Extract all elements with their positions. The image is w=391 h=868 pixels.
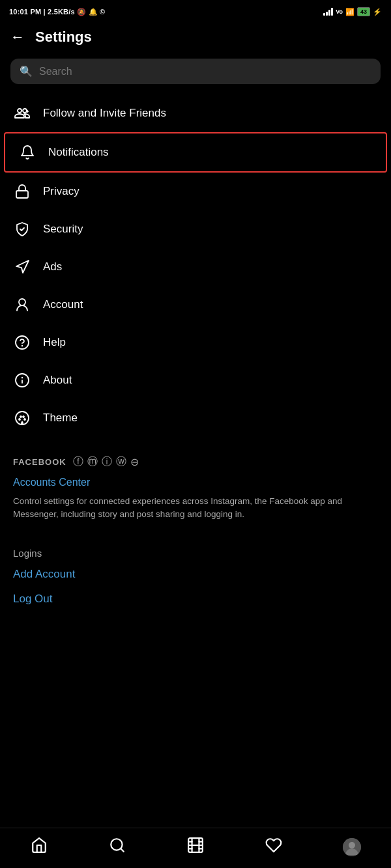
settings-item-help[interactable]: Help <box>0 324 391 361</box>
search-bar[interactable]: 🔍 <box>10 59 381 84</box>
accounts-center-link[interactable]: Accounts Center <box>13 477 378 488</box>
settings-item-account[interactable]: Account <box>0 286 391 324</box>
lock-icon <box>13 184 31 199</box>
person-icon <box>13 297 31 313</box>
settings-item-about[interactable]: About <box>0 361 391 399</box>
status-bar: 10:01 PM | 2.5KB/s 🔕 🔔 © Vo 📶 43 ⚡ <box>0 0 391 21</box>
svg-point-9 <box>20 416 22 417</box>
about-label: About <box>43 374 72 387</box>
ads-label: Ads <box>43 260 62 273</box>
main-content: Follow and Invite Friends Notifications … <box>0 94 391 676</box>
status-right: Vo 📶 43 ⚡ <box>323 7 382 16</box>
logins-section: Logins Add Account Log Out <box>0 541 391 624</box>
logins-label: Logins <box>13 548 378 559</box>
settings-item-theme[interactable]: Theme <box>0 399 391 437</box>
facebook-social-icons: ⓕ ⓜ ⓘ ⓦ ⊖ <box>73 455 139 469</box>
svg-point-11 <box>24 419 25 420</box>
facebook-section: FACEBOOK ⓕ ⓜ ⓘ ⓦ ⊖ Accounts Center Contr… <box>0 442 391 541</box>
whatsapp-icon: ⓦ <box>116 455 126 469</box>
theme-label: Theme <box>43 412 78 425</box>
bell-icon <box>18 145 36 160</box>
nav-home[interactable] <box>0 837 78 858</box>
help-label: Help <box>43 336 66 349</box>
privacy-label: Privacy <box>43 185 80 198</box>
settings-item-follow[interactable]: Follow and Invite Friends <box>0 94 391 132</box>
svg-point-23 <box>349 842 355 848</box>
heart-icon <box>265 837 282 858</box>
add-account-link[interactable]: Add Account <box>13 568 378 581</box>
info-icon <box>13 372 31 388</box>
thread-icon: ⊖ <box>130 456 139 468</box>
nav-reels[interactable] <box>156 837 235 858</box>
shield-icon <box>13 221 31 237</box>
follow-icon <box>13 105 31 121</box>
help-icon <box>13 335 31 350</box>
settings-item-privacy[interactable]: Privacy <box>0 173 391 210</box>
home-icon <box>31 837 48 858</box>
search-nav-icon <box>109 837 126 858</box>
settings-list: Follow and Invite Friends Notifications … <box>0 94 391 442</box>
back-button[interactable]: ← <box>10 29 25 46</box>
account-label: Account <box>43 298 83 311</box>
svg-point-10 <box>23 416 24 417</box>
follow-label: Follow and Invite Friends <box>43 107 166 120</box>
search-input[interactable] <box>39 66 371 77</box>
reels-icon <box>187 837 204 858</box>
nav-search[interactable] <box>78 837 156 858</box>
instagram-icon: ⓘ <box>102 455 112 469</box>
search-container: 🔍 <box>0 56 391 94</box>
charging-icon: ⚡ <box>373 8 382 16</box>
messenger-icon: ⓜ <box>87 455 98 469</box>
header: ← Settings <box>0 21 391 56</box>
svg-point-2 <box>16 336 29 349</box>
bottom-nav <box>0 828 391 868</box>
security-label: Security <box>43 223 83 236</box>
facebook-label: FACEBOOK <box>13 457 66 467</box>
facebook-header: FACEBOOK ⓕ ⓜ ⓘ ⓦ ⊖ <box>13 455 378 469</box>
accounts-center-description: Control settings for connected experienc… <box>13 495 378 522</box>
settings-item-notifications[interactable]: Notifications <box>4 132 387 173</box>
search-icon: 🔍 <box>20 65 33 77</box>
facebook-f-icon: ⓕ <box>73 455 83 469</box>
notifications-label: Notifications <box>48 146 109 159</box>
signal-bars-icon <box>323 8 333 16</box>
nav-heart[interactable] <box>235 837 313 858</box>
palette-icon <box>13 410 31 426</box>
battery-icon: 43 <box>357 7 370 16</box>
svg-point-8 <box>19 419 20 420</box>
wifi-icon: 📶 <box>345 8 355 16</box>
svg-rect-0 <box>16 191 28 198</box>
page-title: Settings <box>35 29 92 46</box>
status-time-network: 10:01 PM | 2.5KB/s 🔕 🔔 © <box>9 8 105 16</box>
vo-label: Vo <box>336 8 343 15</box>
megaphone-icon <box>13 259 31 275</box>
svg-line-13 <box>121 848 124 852</box>
settings-item-security[interactable]: Security <box>0 210 391 248</box>
profile-avatar <box>343 838 361 856</box>
log-out-link[interactable]: Log Out <box>13 593 378 606</box>
settings-item-ads[interactable]: Ads <box>0 248 391 286</box>
svg-point-1 <box>19 299 25 305</box>
nav-profile[interactable] <box>313 838 391 856</box>
